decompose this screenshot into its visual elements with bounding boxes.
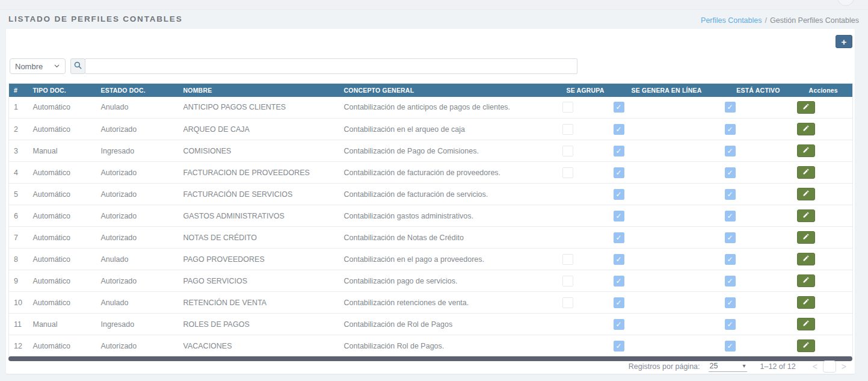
col-header-estado-doc: ESTADO DOC.: [99, 84, 181, 97]
se-agrupa-checkbox[interactable]: [562, 146, 573, 156]
prev-page-icon[interactable]: <: [810, 362, 820, 371]
edit-button[interactable]: [797, 318, 815, 330]
page-number-box[interactable]: [823, 361, 836, 373]
se-agrupa-checkbox[interactable]: [562, 254, 573, 265]
top-strip: [0, 0, 868, 10]
concepto-cell: Contabilización gastos administrativos.: [342, 205, 560, 227]
col-header-esta-activo: ESTÁ ACTIVO: [722, 84, 795, 97]
se-agrupa-checkbox[interactable]: [562, 124, 573, 135]
nombre-cell: PAGO SERVICIOS: [181, 270, 342, 292]
pencil-icon: [802, 298, 810, 307]
table-row: 12 Automático Autorizado VACACIONES Cont…: [9, 335, 853, 357]
nombre-cell: COMISIONES: [181, 140, 342, 162]
pencil-icon: [802, 168, 810, 177]
se-genera-checkbox[interactable]: ✓: [614, 341, 624, 352]
esta-activo-checkbox[interactable]: ✓: [725, 341, 736, 352]
row-number: 4: [9, 162, 31, 184]
se-genera-checkbox[interactable]: ✓: [614, 276, 624, 287]
pencil-icon: [802, 233, 810, 242]
add-button[interactable]: +: [836, 35, 852, 48]
se-agrupa-checkbox[interactable]: [562, 167, 573, 178]
se-genera-checkbox[interactable]: ✓: [614, 146, 624, 156]
col-header-acciones: Acciones: [795, 84, 853, 97]
edit-button[interactable]: [797, 274, 815, 287]
edit-button[interactable]: [797, 296, 815, 309]
pencil-icon: [802, 146, 810, 155]
edit-button[interactable]: [797, 166, 815, 179]
esta-activo-checkbox[interactable]: ✓: [725, 211, 736, 221]
se-genera-checkbox[interactable]: ✓: [614, 232, 624, 243]
nombre-cell: NOTAS DE CRÉDITO: [181, 227, 342, 249]
table-row: 2 Automático Autorizado ARQUEO DE CAJA C…: [9, 119, 853, 140]
se-genera-checkbox[interactable]: ✓: [614, 211, 624, 221]
breadcrumb-link-perfiles[interactable]: Perfiles Contables: [701, 16, 762, 25]
next-page-icon[interactable]: >: [839, 362, 849, 371]
estado-doc-cell: Ingresado: [99, 314, 181, 335]
edit-button[interactable]: [797, 101, 815, 114]
col-header-num: #: [9, 84, 31, 97]
concepto-cell: Contabilización en el arqueo de caja: [342, 119, 560, 140]
table-row: 4 Automático Autorizado FACTURACION DE P…: [9, 162, 853, 184]
se-genera-checkbox[interactable]: ✓: [614, 167, 624, 178]
edit-button[interactable]: [797, 188, 815, 200]
se-genera-checkbox[interactable]: ✓: [614, 297, 624, 308]
pencil-icon: [802, 211, 810, 220]
tipo-doc-cell: Automático: [31, 97, 99, 119]
concepto-cell: Contabilización Rol de Pagos.: [342, 335, 560, 357]
caret-down-icon: ▾: [743, 362, 746, 369]
concepto-cell: Contabilización retenciones de venta.: [342, 292, 560, 314]
concepto-cell: Contabilización de anticipos de pagos de…: [342, 97, 560, 119]
concepto-cell: Contabilización de Notas de Crédito: [342, 227, 560, 249]
estado-doc-cell: Ingresado: [99, 140, 181, 162]
edit-button[interactable]: [797, 209, 815, 222]
estado-doc-cell: Autorizado: [99, 335, 181, 357]
row-number: 8: [9, 249, 31, 270]
table-row: 10 Automático Anulado RETENCIÓN DE VENTA…: [9, 292, 853, 314]
search-filter-select[interactable]: Nombre: [10, 58, 66, 74]
concepto-cell: Contabilización en el pago a proveedores…: [342, 249, 560, 270]
per-page-label: Registros por página:: [629, 362, 700, 371]
table-row: 8 Automático Anulado PAGO PROVEEDORES Co…: [9, 249, 853, 270]
tipo-doc-cell: Automático: [31, 270, 99, 292]
se-agrupa-checkbox[interactable]: [562, 297, 573, 308]
edit-button[interactable]: [797, 253, 815, 265]
per-page-value: 25: [710, 362, 718, 370]
page-range-label: 1–12 of 12: [760, 362, 796, 371]
esta-activo-checkbox[interactable]: ✓: [725, 167, 736, 178]
table-row: 11 Manual Ingresado ROLES DE PAGOS Conta…: [9, 314, 853, 335]
pencil-icon: [802, 103, 810, 112]
pencil-icon: [802, 255, 810, 264]
edit-button[interactable]: [797, 123, 815, 135]
se-agrupa-checkbox[interactable]: [562, 276, 573, 287]
esta-activo-checkbox[interactable]: ✓: [725, 189, 736, 200]
esta-activo-checkbox[interactable]: ✓: [725, 297, 736, 308]
table-header-row: # TIPO DOC. ESTADO DOC. NOMBRE CONCEPTO …: [9, 84, 853, 97]
search-button[interactable]: [70, 58, 85, 74]
edit-button[interactable]: [797, 231, 815, 244]
esta-activo-checkbox[interactable]: ✓: [725, 319, 736, 330]
table-row: 6 Automático Autorizado GASTOS ADMINISTR…: [9, 205, 853, 227]
edit-button[interactable]: [797, 144, 815, 157]
se-genera-checkbox[interactable]: ✓: [614, 319, 624, 330]
se-genera-checkbox[interactable]: ✓: [614, 102, 624, 113]
esta-activo-checkbox[interactable]: ✓: [725, 232, 736, 243]
per-page-select[interactable]: 25 ▾: [709, 362, 747, 372]
esta-activo-checkbox[interactable]: ✓: [725, 146, 736, 156]
estado-doc-cell: Anulado: [99, 292, 181, 314]
col-header-se-genera-en-linea: SE GENERA EN LÍNEA: [611, 84, 722, 97]
esta-activo-checkbox[interactable]: ✓: [725, 254, 736, 265]
search-input[interactable]: [85, 58, 577, 74]
se-genera-checkbox[interactable]: ✓: [614, 254, 624, 265]
edit-button[interactable]: [797, 339, 815, 352]
col-header-concepto-general: CONCEPTO GENERAL: [342, 84, 560, 97]
esta-activo-checkbox[interactable]: ✓: [725, 124, 736, 135]
row-number: 11: [9, 314, 31, 335]
se-genera-checkbox[interactable]: ✓: [614, 124, 624, 135]
tipo-doc-cell: Manual: [31, 314, 99, 335]
se-genera-checkbox[interactable]: ✓: [614, 189, 624, 200]
breadcrumb-separator: /: [765, 16, 767, 25]
se-agrupa-checkbox[interactable]: [562, 102, 573, 113]
row-number: 2: [9, 119, 31, 140]
esta-activo-checkbox[interactable]: ✓: [725, 102, 736, 113]
esta-activo-checkbox[interactable]: ✓: [725, 276, 736, 287]
